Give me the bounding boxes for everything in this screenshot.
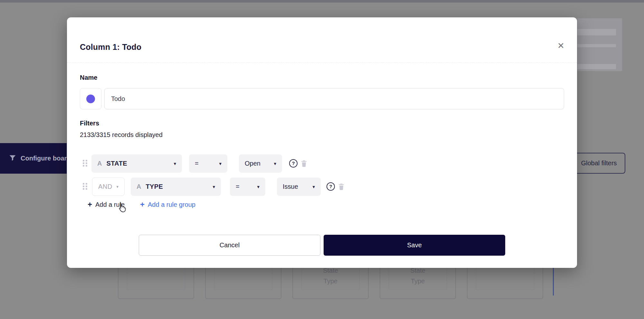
value-select[interactable]: Open ▾: [239, 154, 282, 173]
help-icon[interactable]: ?: [327, 182, 335, 191]
dialog-title: Column 1: Todo: [80, 42, 141, 52]
field-select[interactable]: A STATE ▾: [91, 154, 182, 173]
value-select-value: Open: [245, 160, 260, 167]
card-line: Type: [302, 278, 359, 285]
chevron-down-icon: ▾: [174, 161, 176, 167]
operator-select-value: =: [195, 160, 199, 167]
board-column-card: State Type: [292, 263, 369, 299]
operator-select[interactable]: = ▾: [189, 154, 227, 173]
save-label: Save: [407, 242, 422, 249]
cancel-button[interactable]: Cancel: [139, 235, 320, 256]
name-label: Name: [80, 74, 97, 81]
panel-row: [577, 64, 616, 69]
filter-funnel-icon: [9, 154, 16, 163]
field-select-value: TYPE: [146, 183, 163, 190]
color-swatch-dot: [86, 95, 95, 103]
cancel-label: Cancel: [220, 242, 240, 249]
chevron-down-icon: ▾: [274, 161, 276, 167]
header-divider: [67, 62, 577, 63]
add-rule-group-button[interactable]: + Add a rule group: [140, 201, 195, 208]
panel-row: [577, 44, 616, 47]
app-top-bar: [0, 0, 644, 3]
board-column-card: State Type: [380, 263, 456, 299]
value-select-value: Issue: [283, 183, 298, 190]
background-panel: [577, 18, 622, 71]
card-line: State: [389, 267, 447, 274]
filter-rule-row: AND ▾ A TYPE ▾ = ▾ Issue ▾ ?: [67, 178, 577, 196]
plus-icon: +: [88, 201, 92, 208]
field-select[interactable]: A TYPE ▾: [131, 178, 221, 196]
add-links-row: + Add a rule + Add a rule group: [67, 201, 577, 212]
color-swatch-button[interactable]: [80, 88, 101, 109]
configure-board-label: Configure boar: [21, 155, 67, 162]
conjunction-select-value: AND: [98, 183, 112, 190]
column-name-input[interactable]: [104, 88, 564, 109]
records-count-text: 2133/3315 records displayed: [80, 131, 163, 139]
card-line: Type: [389, 278, 447, 285]
board-column-card: [118, 263, 194, 299]
board-column-card: [205, 263, 281, 299]
plus-icon: +: [140, 201, 145, 208]
conjunction-select[interactable]: AND ▾: [92, 178, 125, 196]
global-filters-label: Global filters: [581, 160, 617, 167]
card-line: State: [302, 267, 359, 274]
text-type-icon: A: [137, 183, 141, 190]
add-rule-label: Add a rule: [95, 201, 125, 208]
close-icon[interactable]: ✕: [554, 39, 567, 52]
add-rule-button[interactable]: + Add a rule: [88, 201, 125, 208]
global-filters-button[interactable]: Global filters: [573, 153, 625, 174]
panel-row: [577, 29, 616, 35]
trash-icon[interactable]: [300, 160, 308, 167]
board-scroll-indicator: [553, 268, 554, 296]
chevron-down-icon: ▾: [219, 161, 222, 167]
help-icon[interactable]: ?: [289, 159, 298, 168]
save-button[interactable]: Save: [324, 235, 505, 256]
operator-select-value: =: [236, 183, 240, 190]
chevron-down-icon: ▾: [213, 184, 215, 190]
dimmed-backdrop: Configure boar Global filters State Type…: [0, 0, 644, 319]
field-select-value: STATE: [106, 160, 127, 167]
text-type-icon: A: [97, 160, 102, 167]
configure-board-button[interactable]: Configure boar: [0, 143, 67, 174]
column-settings-dialog: Column 1: Todo ✕ Name Filters 2133/3315 …: [67, 17, 577, 268]
drag-handle-icon[interactable]: [83, 183, 88, 190]
operator-select[interactable]: = ▾: [230, 178, 265, 196]
chevron-down-icon: ▾: [116, 184, 118, 189]
filter-rule-row: A STATE ▾ = ▾ Open ▾ ?: [67, 154, 577, 173]
value-select[interactable]: Issue ▾: [277, 178, 321, 196]
chevron-down-icon: ▾: [312, 184, 315, 190]
drag-handle-icon[interactable]: [83, 160, 88, 167]
board-column-card: [467, 263, 543, 299]
trash-icon[interactable]: [337, 183, 345, 190]
chevron-down-icon: ▾: [257, 184, 260, 190]
filters-label: Filters: [80, 120, 99, 127]
add-rule-group-label: Add a rule group: [148, 201, 195, 208]
